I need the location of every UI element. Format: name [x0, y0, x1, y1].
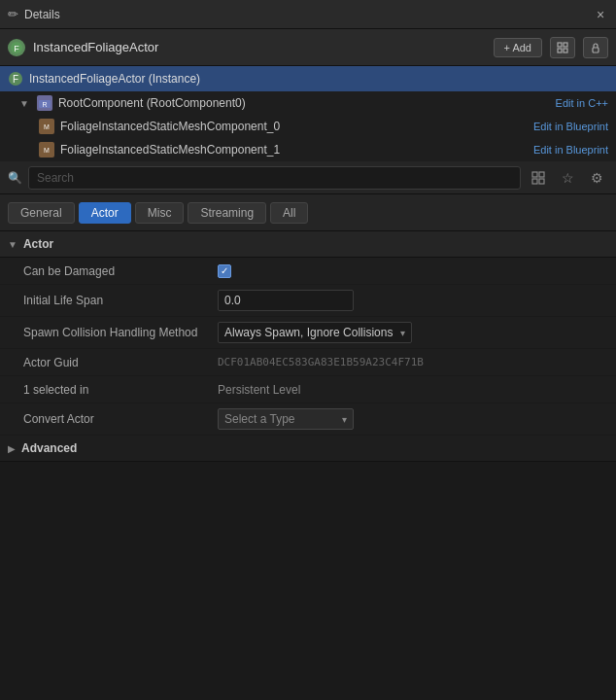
property-row-life-span: Initial Life Span — [0, 285, 616, 317]
svg-text:F: F — [13, 74, 18, 85]
convert-actor-arrow-icon: ▾ — [342, 414, 347, 425]
tree-item-mesh-1[interactable]: M FoliageInstancedStaticMeshComponent_1 … — [0, 138, 616, 161]
actor-section-header[interactable]: ▼ Actor — [0, 231, 616, 258]
can-be-damaged-label: Can be Damaged — [23, 264, 218, 278]
grid-icon-button[interactable] — [550, 37, 575, 58]
actor-section-arrow: ▼ — [8, 239, 17, 250]
life-span-input[interactable] — [218, 290, 354, 311]
actor-guid-label: Actor Guid — [23, 356, 218, 369]
property-row-selected-in: 1 selected in Persistent Level — [0, 376, 616, 403]
lock-icon-button[interactable] — [583, 37, 608, 58]
root-component-icon: R — [37, 95, 52, 111]
edit-blueprint-0-link[interactable]: Edit in Blueprint — [533, 121, 608, 132]
can-be-damaged-checkbox[interactable] — [218, 264, 231, 278]
svg-rect-2 — [558, 43, 562, 47]
svg-rect-6 — [593, 48, 599, 52]
tree-item-selected[interactable]: F InstancedFoliageActor (Instance) — [0, 66, 616, 91]
search-input[interactable] — [28, 166, 521, 190]
svg-rect-3 — [564, 43, 567, 47]
root-component-label: RootComponent (RootComponent0) — [58, 96, 550, 110]
selected-in-label: 1 selected in — [23, 383, 218, 397]
actor-name: InstancedFoliageActor — [33, 40, 486, 54]
tree-item-mesh-0[interactable]: M FoliageInstancedStaticMeshComponent_0 … — [0, 115, 616, 138]
selected-in-text: Persistent Level — [218, 383, 300, 397]
mesh-0-label: FoliageInstancedStaticMeshComponent_0 — [60, 120, 528, 133]
spawn-collision-dropdown[interactable]: Always Spawn, Ignore Collisions ▾ — [218, 322, 412, 343]
svg-rect-5 — [564, 49, 567, 52]
close-button[interactable]: × — [593, 7, 608, 22]
gear-icon[interactable]: ⚙ — [585, 166, 608, 190]
actor-icon: F — [8, 39, 25, 56]
convert-actor-dropdown[interactable]: Select a Type ▾ — [218, 408, 354, 430]
edit-blueprint-1-link[interactable]: Edit in Blueprint — [533, 144, 608, 156]
property-row-can-be-damaged: Can be Damaged — [0, 258, 616, 285]
svg-text:M: M — [44, 123, 50, 130]
svg-text:M: M — [44, 147, 50, 154]
selected-item-label: InstancedFoliageActor (Instance) — [29, 72, 608, 86]
mesh-1-label: FoliageInstancedStaticMeshComponent_1 — [60, 143, 528, 157]
svg-rect-4 — [558, 49, 562, 52]
mesh-1-icon: M — [39, 142, 54, 158]
title-bar-label: Details — [24, 8, 587, 21]
life-span-value — [218, 290, 608, 311]
dropdown-arrow-icon: ▾ — [400, 328, 405, 338]
property-row-actor-guid: Actor Guid DCF01AB04EC583GA83E1B59A23C4F… — [0, 349, 616, 376]
can-be-damaged-value — [218, 264, 608, 278]
tab-general[interactable]: General — [8, 202, 75, 224]
search-bar: 🔍 ☆ ⚙ — [0, 161, 616, 194]
title-bar: ✏ Details × — [0, 0, 616, 29]
actor-section-title: Actor — [23, 237, 53, 251]
filter-tabs: General Actor Misc Streaming All — [0, 194, 616, 231]
convert-actor-label: Convert Actor — [23, 412, 218, 426]
title-bar-icon: ✏ — [8, 7, 18, 21]
component-tree: F InstancedFoliageActor (Instance) ▼ R R… — [0, 66, 616, 161]
svg-rect-16 — [539, 172, 544, 177]
foliage-actor-icon: F — [8, 71, 23, 87]
tab-all[interactable]: All — [270, 202, 308, 224]
spawn-collision-text: Always Spawn, Ignore Collisions — [224, 326, 393, 339]
advanced-section-header[interactable]: ▶ Advanced — [0, 436, 616, 462]
actor-guid-text: DCF01AB04EC583GA83E1B59A23C4F71B — [218, 356, 424, 368]
tree-item-root[interactable]: ▼ R RootComponent (RootComponent0) Edit … — [0, 91, 616, 115]
mesh-0-icon: M — [39, 119, 54, 134]
spawn-collision-label: Spawn Collision Handling Method — [23, 326, 218, 339]
advanced-section-title: Advanced — [21, 441, 77, 455]
star-icon[interactable]: ☆ — [556, 166, 579, 190]
svg-text:F: F — [14, 44, 19, 53]
grid-view-icon[interactable] — [527, 166, 550, 190]
tab-actor[interactable]: Actor — [79, 202, 131, 224]
svg-rect-18 — [539, 179, 544, 184]
svg-text:R: R — [42, 101, 47, 108]
convert-actor-text: Select a Type — [224, 412, 295, 426]
property-row-spawn-collision: Spawn Collision Handling Method Always S… — [0, 317, 616, 349]
svg-rect-15 — [532, 172, 537, 177]
property-row-convert-actor: Convert Actor Select a Type ▾ — [0, 403, 616, 436]
svg-rect-17 — [532, 179, 537, 184]
actor-guid-value: DCF01AB04EC583GA83E1B59A23C4F71B — [218, 356, 608, 368]
advanced-section-arrow: ▶ — [8, 443, 16, 454]
convert-actor-value: Select a Type ▾ — [218, 408, 608, 430]
bottom-area — [0, 462, 616, 676]
tree-arrow-root: ▼ — [19, 98, 29, 109]
search-icon: 🔍 — [8, 171, 22, 185]
properties-panel: ▼ Actor Can be Damaged Initial Life Span… — [0, 231, 616, 462]
tab-streaming[interactable]: Streaming — [188, 202, 266, 224]
tab-misc[interactable]: Misc — [135, 202, 185, 224]
edit-cpp-link[interactable]: Edit in C++ — [556, 97, 608, 109]
actor-header: F InstancedFoliageActor + Add — [0, 29, 616, 66]
life-span-label: Initial Life Span — [23, 294, 218, 307]
selected-in-value: Persistent Level — [218, 383, 608, 397]
spawn-collision-value: Always Spawn, Ignore Collisions ▾ — [218, 322, 608, 343]
add-button[interactable]: + Add — [494, 38, 542, 57]
